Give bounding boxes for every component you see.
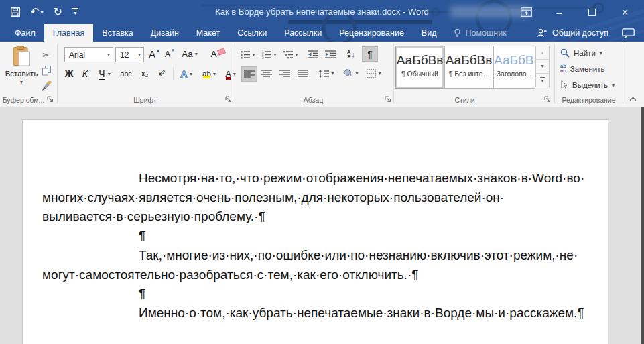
tab-review[interactable]: Рецензирование (330, 24, 413, 42)
tab-mailings[interactable]: Рассылки (275, 24, 330, 42)
replace-button[interactable]: ab ac Заменить (560, 64, 604, 73)
decrease-indent-button[interactable] (306, 48, 320, 61)
clear-formatting-button[interactable]: А (210, 47, 226, 61)
tab-file[interactable]: Файл (6, 24, 44, 42)
tab-home[interactable]: Главная (44, 24, 94, 42)
underline-button[interactable]: Ч ▾ (95, 67, 114, 80)
highlight-button[interactable]: ab ▾ (199, 67, 219, 80)
styles-scroll-down-button[interactable]: ▼ (536, 60, 549, 73)
highlight-dropdown-icon[interactable]: ▾ (213, 71, 216, 77)
cut-button[interactable]: ✂ (39, 48, 54, 62)
find-dropdown-icon[interactable]: ▾ (600, 50, 602, 56)
shrink-font-button[interactable]: А ▼ (163, 47, 176, 61)
style-normal[interactable]: АаБбВв ¶ Обычный (395, 46, 444, 89)
shrink-font-glyph: А (165, 50, 170, 59)
document-text: Несмотря·на·то,·что·режим·отображения·не… (42, 169, 601, 323)
more-bar-icon (540, 77, 545, 78)
strikethrough-button[interactable]: abc (117, 67, 135, 80)
document-page[interactable]: Несмотря·на·то,·что·режим·отображения·не… (22, 119, 608, 344)
increase-indent-button[interactable] (323, 48, 338, 61)
grow-font-button[interactable]: А ▲ (147, 47, 162, 61)
change-case-dropdown-icon: ▾ (195, 51, 198, 57)
replace-label: Заменить (570, 65, 605, 73)
paste-button[interactable]: Вставить ▾ (4, 46, 39, 97)
find-button[interactable]: Найти ▾ (560, 48, 602, 58)
font-name-dropdown-icon[interactable]: ▾ (105, 52, 113, 58)
share-button[interactable]: Общий доступ (537, 28, 608, 38)
bold-button[interactable]: Ж (63, 67, 75, 80)
select-dropdown-icon[interactable]: ▾ (612, 82, 615, 89)
superscript-button[interactable]: x² (155, 67, 168, 80)
font-color-button[interactable]: А ▾ (221, 67, 240, 80)
paste-dropdown-icon[interactable]: ▾ (20, 79, 23, 85)
justify-button[interactable] (296, 66, 310, 80)
close-button[interactable]: ✕ (608, 0, 641, 24)
show-formatting-marks-button[interactable]: ¶ (362, 46, 378, 62)
styles-gallery-more-button[interactable]: ▼ (536, 74, 549, 87)
numbering-button[interactable]: 123 ▾ (260, 48, 279, 61)
numbering-icon: 123 (262, 50, 271, 59)
tab-assistant[interactable]: Помощник (445, 24, 515, 42)
multilevel-dropdown-icon[interactable]: ▾ (295, 52, 298, 58)
paragraph-dialog-launcher-icon[interactable] (385, 96, 391, 103)
undo-button[interactable]: ↶ ▾ (30, 7, 43, 17)
shading-dropdown-icon[interactable]: ▾ (355, 70, 358, 76)
group-separator (57, 44, 58, 103)
bullets-button[interactable]: ▾ (239, 48, 257, 61)
minimize-button[interactable]: – (543, 0, 576, 24)
ribbon-display-options-button[interactable] (510, 0, 543, 24)
save-button[interactable] (11, 7, 20, 17)
style-heading[interactable]: АаБбВв Заголово... (493, 46, 535, 89)
italic-button[interactable]: К (80, 67, 90, 80)
tab-design[interactable]: Дизайн (142, 24, 188, 42)
customize-qat-button[interactable]: ▾ (72, 8, 78, 16)
undo-dropdown-icon[interactable]: ▾ (40, 9, 43, 15)
shading-button[interactable]: ▾ (340, 66, 361, 80)
italic-glyph: К (82, 68, 88, 79)
align-center-button[interactable] (259, 66, 274, 80)
font-size-dropdown-icon[interactable]: ▾ (135, 52, 143, 58)
borders-button[interactable]: ▾ (364, 66, 384, 80)
word-window: ↶ ▾ ↻ ▾ Как в Ворде убрать непечатаемые … (0, 0, 644, 344)
redo-button[interactable]: ↻ (53, 7, 62, 17)
copy-button[interactable] (40, 64, 52, 77)
underline-dropdown-icon[interactable]: ▾ (108, 71, 111, 77)
tab-layout[interactable]: Макет (188, 24, 229, 42)
subscript-button[interactable]: x₂ (138, 67, 151, 80)
format-painter-button[interactable] (40, 79, 52, 93)
change-case-button[interactable]: Aa ▾ (180, 47, 200, 61)
document-area: Несмотря·на·то,·что·режим·отображения·не… (0, 107, 644, 344)
select-button[interactable]: Выделить ▾ (560, 80, 615, 90)
sort-button[interactable]: А Я ↓ (343, 47, 359, 61)
tab-references[interactable]: Ссылки (229, 24, 275, 42)
tab-view[interactable]: Вид (413, 24, 446, 42)
multilevel-list-button[interactable]: ▾ (281, 48, 300, 61)
text-effects-button[interactable]: А ▾ (177, 67, 196, 80)
collapse-ribbon-icon[interactable] (629, 97, 637, 101)
borders-dropdown-icon[interactable]: ▾ (378, 70, 381, 76)
style-no-spacing[interactable]: АаБбВв ¶ Без инте... (444, 46, 493, 89)
tab-insert[interactable]: Вставка (93, 24, 141, 42)
text-effects-dropdown-icon[interactable]: ▾ (190, 71, 192, 77)
bullets-dropdown-icon[interactable]: ▾ (252, 52, 255, 58)
font-color-dropdown-icon[interactable]: ▾ (233, 71, 236, 77)
align-right-button[interactable] (277, 66, 292, 80)
font-group-label: Шрифт (58, 96, 233, 104)
numbering-dropdown-icon[interactable]: ▾ (273, 52, 276, 58)
maximize-button[interactable] (576, 0, 608, 24)
doc-line: могут·самостоятельно·разобраться·с·тем,·… (42, 266, 601, 285)
styles-scroll-up-button[interactable]: ▲ (536, 46, 549, 60)
caret-up-icon: ▲ (156, 48, 160, 52)
font-size-combo[interactable]: 12 ▾ (115, 47, 144, 62)
styles-dialog-launcher-icon[interactable] (544, 96, 551, 103)
line-spacing-button[interactable]: ▾ (316, 66, 336, 80)
font-name-combo[interactable]: Arial ▾ (64, 47, 113, 62)
clipboard-dialog-launcher-icon[interactable] (47, 96, 54, 103)
superscript-glyph: x² (158, 69, 165, 78)
align-left-button[interactable] (241, 66, 257, 82)
replace-icon: ab ac (560, 64, 566, 73)
font-dialog-launcher-icon[interactable] (225, 96, 232, 103)
line-spacing-dropdown-icon[interactable]: ▾ (331, 70, 334, 76)
comments-icon[interactable] (622, 28, 635, 38)
svg-text:3: 3 (262, 56, 264, 58)
